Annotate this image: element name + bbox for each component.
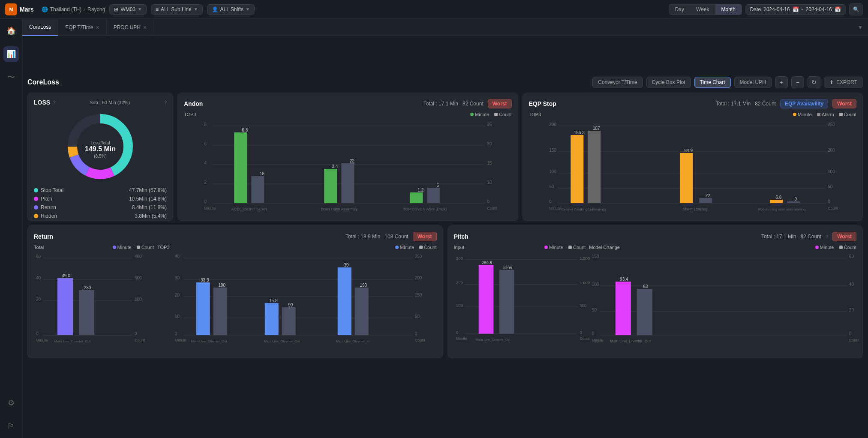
return-top3-legend: Minute Count (395, 245, 436, 250)
shifts-arrow-icon: ▼ (246, 7, 250, 12)
return-count: 108 Count (384, 234, 408, 240)
pitch-count: 82 Count (800, 234, 821, 240)
eqp-alarm-dot (817, 113, 820, 116)
loss-sub-info-icon[interactable]: ? (164, 100, 167, 105)
svg-text:Count: Count (828, 206, 838, 210)
svg-text:50: 50 (415, 314, 420, 319)
tab-proc-uph[interactable]: PROC UPH × (107, 19, 154, 36)
return-worst-badge[interactable]: Worst (413, 232, 437, 241)
breadcrumb-country: Thailand (TH) (50, 6, 81, 12)
svg-text:6: 6 (436, 183, 439, 188)
svg-text:187: 187 (592, 126, 600, 131)
period-month-button[interactable]: Month (715, 4, 742, 15)
period-day-button[interactable]: Day (669, 4, 690, 15)
sidebar-analytics-icon[interactable]: 〜 (3, 69, 19, 85)
svg-text:20: 20 (487, 141, 492, 146)
andon-worst-badge[interactable]: Worst (488, 99, 512, 108)
pitch-total: Total : 17.1 Min (761, 234, 796, 240)
subline-dropdown[interactable]: ≡ ALL Sub Line ▼ (151, 4, 203, 15)
pitch-worst-badge[interactable]: Worst (832, 232, 856, 241)
andon-bar2-count (341, 163, 354, 203)
svg-text:60: 60 (36, 254, 41, 259)
pitch-info-icon[interactable]: ? (826, 234, 828, 239)
svg-text:150: 150 (592, 254, 599, 259)
svg-text:190: 190 (360, 283, 367, 288)
conveyor-ttime-button[interactable]: Conveyor T/Time (592, 77, 643, 88)
svg-text:Count: Count (487, 206, 498, 210)
return-total-label: Total (34, 245, 44, 250)
svg-text:100: 100 (456, 303, 463, 308)
refresh-button[interactable]: ↻ (808, 76, 820, 88)
hidden-dot (34, 214, 38, 218)
tab-expand-icon[interactable]: ▼ (853, 24, 868, 30)
tab-eqp-close-icon[interactable]: × (96, 24, 99, 31)
eqp-bar1-alarm (588, 131, 601, 203)
zoom-in-button[interactable]: + (775, 76, 788, 88)
eqp-chart-legend: Minute Alarm Count (793, 112, 856, 117)
andon-top3-label: TOP3 (184, 112, 196, 117)
svg-text:0: 0 (592, 331, 595, 336)
eqp-bar2-minute (680, 153, 693, 203)
time-chart-button[interactable]: Time Chart (694, 77, 731, 88)
tab-eqp-label: EQP T/Time (65, 24, 93, 30)
svg-text:9: 9 (794, 197, 797, 201)
andon-bar2-minute (324, 169, 337, 203)
return-cnt-lbl: Count (141, 245, 154, 250)
andon-title: Andon (184, 100, 203, 107)
sidebar-home-icon[interactable]: 🏠 (3, 23, 19, 39)
subline-label: ALL Sub Line (161, 6, 192, 12)
svg-rect-69 (79, 290, 94, 335)
eqp-worst-badge[interactable]: Worst (832, 99, 856, 108)
hidden-val: 3.8Min (5.4%) (135, 213, 167, 219)
return-top3-section: TOP3 Minute Count (157, 245, 437, 352)
svg-text:200: 200 (549, 122, 556, 127)
svg-text:39: 39 (344, 263, 349, 267)
andon-bar1-minute (234, 132, 247, 203)
svg-rect-138 (616, 282, 631, 335)
tab-eqp-ttime[interactable]: EQP T/Time × (58, 19, 106, 36)
date-label: Date (750, 6, 761, 12)
pitch-input-label: Input (454, 245, 464, 250)
loss-card-title: LOSS (34, 99, 50, 106)
breadcrumb-sep1: › (84, 6, 85, 12)
svg-text:Count: Count (849, 338, 860, 342)
eqp-bar1-minute (571, 135, 583, 203)
breadcrumb: 🌐 Thailand (TH) › Rayong (42, 6, 105, 12)
zoom-out-button[interactable]: − (791, 76, 804, 88)
export-button[interactable]: ⬆ EXPORT (824, 77, 863, 88)
eqp-chart: 200 150 100 50 0 Minute 156.3 187 (529, 120, 857, 214)
svg-text:22: 22 (350, 159, 355, 163)
svg-text:20: 20 (849, 308, 854, 312)
section-header: CoreLoss Conveyor T/Time Cycle Box Plot … (27, 76, 863, 88)
shifts-dropdown[interactable]: 👤 ALL Shifts ▼ (207, 4, 255, 15)
sidebar-flag-icon[interactable]: 🏳 (3, 418, 19, 434)
content-area: CoreLoss Conveyor T/Time Cycle Box Plot … (22, 72, 868, 438)
tab-proc-close-icon[interactable]: × (143, 24, 147, 31)
search-button[interactable]: 🔍 (849, 3, 863, 15)
eqp-availavility-badge[interactable]: EQP Availavility (780, 99, 828, 108)
sidebar-settings-icon[interactable]: ⚙ (3, 395, 19, 411)
wm-dropdown[interactable]: ⊞ WM03 ▼ (109, 4, 147, 15)
return-top3-cnt-lbl: Count (424, 245, 436, 250)
period-week-button[interactable]: Week (690, 4, 715, 15)
return-total-chart: 60 40 20 0 Minute 49.0 (34, 252, 145, 346)
pitch-mc-cnt-lbl: Count (844, 245, 856, 250)
svg-text:0: 0 (549, 199, 552, 204)
pitch-model-chart: 150 100 50 0 Minute 93.4 63 (589, 252, 856, 346)
svg-text:33.3: 33.3 (201, 278, 209, 282)
model-uph-button[interactable]: Model UPH (734, 77, 772, 88)
eqp-count-dot (839, 113, 843, 116)
pitch-in-min-lbl: Minute (549, 245, 563, 250)
cycle-box-plot-button[interactable]: Cycle Box Plot (646, 77, 691, 88)
tab-coreloss[interactable]: CoreLoss (22, 19, 58, 36)
export-icon: ⬆ (829, 79, 834, 85)
sidebar-dashboard-icon[interactable]: 📊 (3, 46, 19, 62)
pitch-input-section: Input Minute Count (454, 245, 586, 352)
svg-text:259.8: 259.8 (481, 260, 492, 265)
svg-text:22: 22 (705, 193, 710, 198)
pitch-input-legend: Minute Count (544, 245, 586, 250)
svg-text:6.8: 6.8 (775, 195, 781, 200)
eqp-alarm-label: Alarm (822, 112, 834, 117)
svg-text:20: 20 (175, 293, 180, 297)
loss-info-icon[interactable]: ? (53, 100, 55, 105)
